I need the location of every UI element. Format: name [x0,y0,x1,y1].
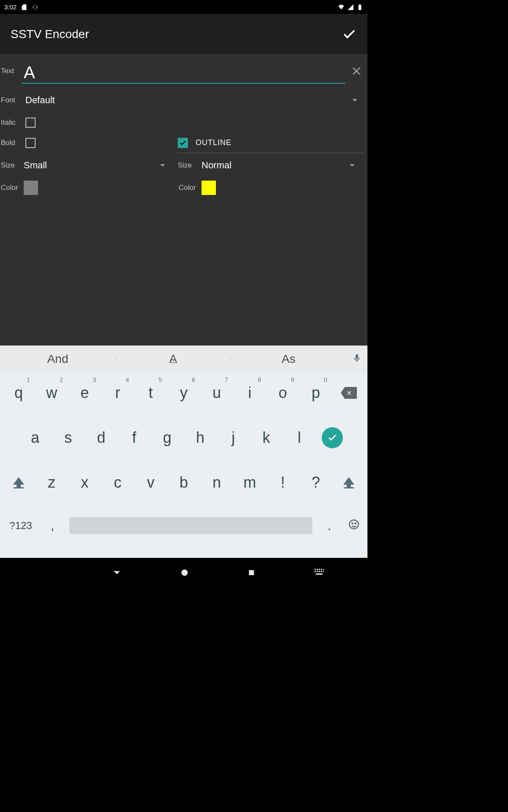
svg-rect-11 [317,571,318,572]
back-button[interactable] [112,568,121,577]
key-z[interactable]: z [35,465,68,500]
outline-checkbox[interactable] [178,138,188,148]
confirm-button[interactable] [342,27,357,42]
suggestion-2[interactable]: A ••• [116,352,231,366]
svg-point-0 [350,520,359,529]
svg-rect-12 [319,571,320,572]
svg-rect-9 [323,569,324,570]
outline-color-swatch[interactable] [202,181,216,195]
key-t[interactable]: t5 [134,375,167,411]
key-k[interactable]: k [250,420,283,455]
key-s[interactable]: s [52,420,85,455]
sync-icon [32,4,39,11]
outline-label: OUTLINE [196,138,232,147]
enter-key[interactable] [316,420,349,455]
key-w[interactable]: w2 [35,375,68,411]
chevron-down-icon [352,99,357,102]
signal-icon [347,4,354,11]
svg-point-1 [352,523,353,524]
suggestion-3[interactable]: As [231,352,346,366]
symbols-key[interactable]: ?123 [2,520,40,532]
chevron-down-icon [160,164,165,167]
key-?[interactable]: ? [299,465,332,500]
key-o[interactable]: o9 [266,375,299,411]
font-label: Font [0,96,25,104]
text-label: Text [0,67,22,75]
text-overlay-form: Text Font Default Italic Bold Size Small [0,54,367,346]
key-a[interactable]: a [19,420,52,455]
key-e[interactable]: e3 [68,375,101,411]
key-p[interactable]: p0 [299,375,332,411]
outline-size-label: Size [178,161,202,170]
home-button[interactable] [180,568,189,577]
navigation-bar [0,558,367,587]
key-j[interactable]: j [217,420,250,455]
key-![interactable]: ! [266,465,299,500]
font-select[interactable]: Default [25,95,367,106]
space-key[interactable] [68,510,314,542]
app-bar: SSTV Encoder [0,14,367,54]
key-d[interactable]: d [85,420,118,455]
svg-rect-6 [317,569,318,570]
bold-label: Bold [0,139,25,147]
key-y[interactable]: y6 [167,375,200,411]
svg-point-3 [181,570,188,576]
key-x[interactable]: x [68,465,101,500]
suggestion-1[interactable]: And [0,352,116,366]
soft-keyboard: And A ••• As q1w2e3r4t5y6u7i8o9p0✕ asdfg… [0,346,367,558]
svg-rect-4 [249,570,254,575]
key-l[interactable]: l [283,420,316,455]
key-f[interactable]: f [118,420,151,455]
key-i[interactable]: i8 [233,375,266,411]
page-title: SSTV Encoder [11,27,342,41]
emoji-key[interactable] [342,518,366,533]
svg-rect-15 [316,573,323,575]
outline-size-select[interactable]: Normal [202,160,367,171]
italic-checkbox[interactable] [25,118,36,128]
bold-checkbox[interactable] [25,138,36,148]
chevron-down-icon [350,164,355,167]
recent-apps-button[interactable] [248,569,255,576]
clear-text-button[interactable] [351,65,362,77]
text-color-swatch[interactable] [24,181,38,195]
sd-card-icon [21,4,28,11]
key-m[interactable]: m [233,465,266,500]
svg-rect-7 [319,569,320,570]
svg-rect-5 [315,569,316,570]
period-key[interactable]: . [317,518,342,533]
key-b[interactable]: b [167,465,200,500]
key-h[interactable]: h [184,420,217,455]
voice-input-button[interactable] [346,354,367,365]
svg-rect-10 [315,571,316,572]
key-r[interactable]: r4 [101,375,134,411]
text-input[interactable] [22,63,345,84]
color-label: Color [0,184,24,192]
hide-keyboard-button[interactable] [314,568,338,577]
size-label: Size [0,161,24,170]
svg-rect-13 [321,571,322,572]
shift-key-right[interactable] [332,465,365,500]
text-size-value: Small [24,160,47,171]
battery-icon [356,4,363,11]
shift-key-left[interactable] [2,465,35,500]
svg-rect-8 [321,569,322,570]
key-c[interactable]: c [101,465,134,500]
wifi-icon [338,4,345,11]
text-size-select[interactable]: Small [24,160,178,171]
key-n[interactable]: n [200,465,233,500]
backspace-key[interactable]: ✕ [332,375,365,411]
svg-rect-14 [323,571,324,572]
svg-point-2 [355,523,356,524]
font-value: Default [25,95,55,106]
suggestion-bar: And A ••• As [0,346,367,373]
outline-color-label: Color [178,184,202,192]
comma-key[interactable]: , [40,518,65,533]
key-g[interactable]: g [151,420,184,455]
key-u[interactable]: u7 [200,375,233,411]
key-q[interactable]: q1 [2,375,35,411]
key-v[interactable]: v [134,465,167,500]
outline-size-value: Normal [202,160,232,171]
status-time: 3:02 [4,3,17,11]
status-bar: 3:02 [0,0,367,14]
italic-label: Italic [0,118,25,127]
